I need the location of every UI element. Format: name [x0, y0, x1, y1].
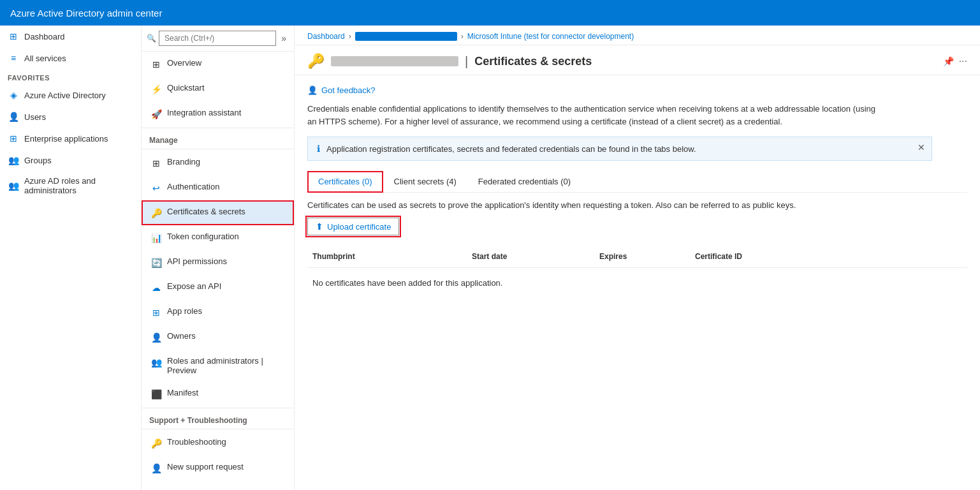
azure-ad-icon: ◈ — [8, 89, 19, 101]
header-key-icon: 🔑 — [307, 53, 325, 70]
table-header: Thumbprint Start date Expires Certificat… — [307, 246, 967, 268]
sidebar: ⊞ Dashboard ≡ All services FAVORITES ◈ A… — [0, 26, 142, 490]
info-banner: ℹ Application registration certificates,… — [307, 137, 932, 161]
nav-api-permissions[interactable]: 🔄 API permissions — [142, 250, 294, 275]
breadcrumb-app-link[interactable]: Microsoft Intune (test for connector dev… — [467, 32, 634, 41]
more-options-button[interactable]: ··· — [959, 56, 967, 67]
overview-icon: ⊞ — [150, 59, 162, 70]
sidebar-item-label: Groups — [24, 156, 52, 165]
col-certificate-id: Certificate ID — [690, 249, 967, 264]
ad-roles-icon: 👥 — [8, 180, 19, 191]
content-area: Dashboard › › Microsoft Intune (test for… — [295, 26, 980, 490]
sidebar-item-dashboard[interactable]: ⊞ Dashboard — [0, 26, 141, 47]
tabs-row: Certificates (0) Client secrets (4) Fede… — [307, 171, 967, 193]
info-banner-text: Application registration certificates, s… — [326, 144, 923, 154]
feedback-icon: 👤 — [307, 85, 318, 95]
sidebar-item-label: Dashboard — [24, 32, 65, 41]
sidebar-item-label: Users — [24, 112, 46, 122]
header-app-name-masked — [331, 56, 458, 66]
nav-overview[interactable]: ⊞ Overview — [142, 52, 294, 77]
sidebar-item-azure-ad[interactable]: ◈ Azure Active Directory — [0, 84, 141, 106]
sidebar-item-enterprise-apps[interactable]: ⊞ Enterprise applications — [0, 128, 141, 149]
page-title: Certificates & secrets — [474, 55, 592, 68]
breadcrumb: Dashboard › › Microsoft Intune (test for… — [295, 26, 980, 45]
nav-owners[interactable]: 👤 Owners — [142, 325, 294, 350]
breadcrumb-dashboard[interactable]: Dashboard — [307, 32, 345, 41]
sidebar-item-ad-roles[interactable]: 👥 Azure AD roles and administrators — [0, 171, 141, 200]
certificates-description: Certificates can be used as secrets to p… — [307, 200, 805, 210]
feedback-label[interactable]: Got feedback? — [321, 85, 376, 95]
nav-certificates-secrets[interactable]: 🔑 Certificates & secrets — [142, 200, 294, 225]
expose-api-icon: ☁ — [150, 282, 162, 293]
manage-section-label: Manage — [142, 130, 294, 147]
pin-button[interactable]: 📌 — [943, 56, 954, 66]
favorites-section-label: FAVORITES — [0, 69, 141, 84]
topbar: Azure Active Directory admin center — [0, 0, 980, 26]
token-config-icon: 📊 — [150, 232, 162, 244]
breadcrumb-masked-app — [355, 32, 457, 41]
roles-admins-icon: 👥 — [150, 357, 162, 368]
collapse-button[interactable]: » — [279, 32, 289, 45]
users-icon: 👤 — [8, 111, 19, 122]
sidebar-item-label: Azure Active Directory — [24, 91, 106, 100]
no-certificates-message: No certificates have been added for this… — [307, 268, 967, 298]
nav-new-support[interactable]: 👤 New support request — [142, 456, 294, 480]
content-body: 👤 Got feedback? Credentials enable confi… — [295, 75, 980, 490]
nav-integration-assistant[interactable]: 🚀 Integration assistant — [142, 101, 294, 126]
app-roles-icon: ⊞ — [150, 307, 162, 318]
breadcrumb-sep-1: › — [349, 32, 351, 41]
nav-token-configuration[interactable]: 📊 Token configuration — [142, 225, 294, 250]
support-section-label: Support + Troubleshooting — [142, 410, 294, 427]
groups-icon: 👥 — [8, 154, 19, 166]
nav-authentication[interactable]: ↩ Authentication — [142, 175, 294, 200]
upload-certificate-button[interactable]: ⬆ Upload certificate — [307, 218, 399, 235]
certificates-secrets-icon: 🔑 — [150, 207, 162, 219]
dashboard-icon: ⊞ — [8, 31, 19, 42]
nav-expose-api[interactable]: ☁ Expose an API — [142, 275, 294, 300]
all-services-icon: ≡ — [8, 52, 19, 64]
branding-icon: ⊞ — [150, 158, 162, 169]
breadcrumb-sep-2: › — [461, 32, 464, 41]
col-expires: Expires — [594, 249, 690, 264]
upload-icon: ⬆ — [316, 221, 323, 232]
sidebar-item-all-services[interactable]: ≡ All services — [0, 47, 141, 69]
manifest-icon: ⬛ — [150, 389, 162, 400]
feedback-row: 👤 Got feedback? — [307, 85, 967, 95]
sidebar-item-groups[interactable]: 👥 Groups — [0, 149, 141, 171]
enterprise-apps-icon: ⊞ — [8, 133, 19, 144]
tab-client-secrets[interactable]: Client secrets (4) — [383, 171, 467, 192]
nav-app-roles[interactable]: ⊞ App roles — [142, 300, 294, 325]
quickstart-icon: ⚡ — [150, 84, 162, 95]
sidebar-item-label: Azure AD roles and administrators — [24, 176, 133, 195]
header-separator: | — [465, 54, 468, 69]
col-start-date: Start date — [467, 249, 594, 264]
content-header: 🔑 | Certificates & secrets 📌 ··· — [295, 45, 980, 75]
nav-manifest[interactable]: ⬛ Manifest — [142, 382, 294, 406]
info-icon: ℹ — [317, 144, 320, 154]
authentication-icon: ↩ — [150, 182, 162, 194]
search-icon: 🔍 — [147, 34, 156, 43]
info-banner-close-button[interactable]: ✕ — [918, 142, 925, 152]
mid-panel: 🔍 » ⊞ Overview ⚡ Quickstart 🚀 Integratio… — [142, 26, 295, 490]
app-title: Azure Active Directory admin center — [10, 8, 162, 19]
description-text: Credentials enable confidential applicat… — [307, 103, 881, 128]
troubleshooting-icon: 🔑 — [150, 438, 162, 449]
search-area: 🔍 » — [142, 26, 294, 52]
tab-federated-credentials[interactable]: Federated credentials (0) — [467, 171, 581, 192]
sidebar-item-users[interactable]: 👤 Users — [0, 106, 141, 128]
owners-icon: 👤 — [150, 332, 162, 343]
search-input[interactable] — [159, 31, 276, 46]
api-permissions-icon: 🔄 — [150, 257, 162, 269]
sidebar-item-label: Enterprise applications — [24, 134, 108, 144]
header-actions: 📌 ··· — [943, 56, 967, 67]
tab-certificates[interactable]: Certificates (0) — [307, 171, 383, 193]
integration-assistant-icon: 🚀 — [150, 108, 162, 120]
nav-quickstart[interactable]: ⚡ Quickstart — [142, 77, 294, 101]
sidebar-item-label: All services — [24, 54, 66, 63]
nav-branding[interactable]: ⊞ Branding — [142, 151, 294, 175]
new-support-icon: 👤 — [150, 463, 162, 474]
nav-troubleshooting[interactable]: 🔑 Troubleshooting — [142, 431, 294, 456]
nav-roles-admins[interactable]: 👥 Roles and administrators | Preview — [142, 350, 294, 382]
col-thumbprint: Thumbprint — [307, 249, 467, 264]
header-title-area: 🔑 | Certificates & secrets — [307, 53, 937, 70]
